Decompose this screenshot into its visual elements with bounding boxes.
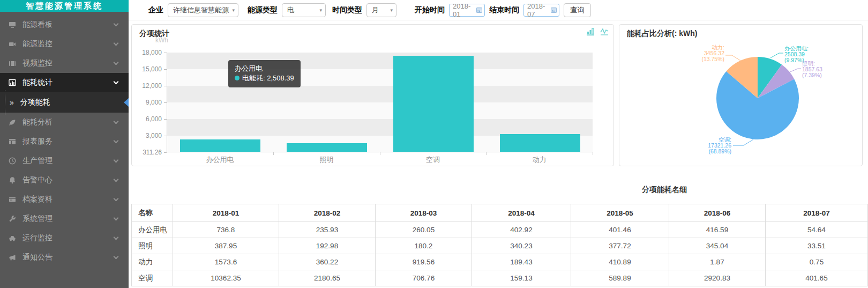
energy-type-label: 能源类型 <box>248 5 278 15</box>
sidebar-item-energy-breakdown[interactable]: »分项能耗 <box>0 92 129 113</box>
active-marker <box>124 98 129 107</box>
chevron-down-icon <box>114 234 119 240</box>
y-tick-label: 3,000 <box>134 132 162 139</box>
value-cell: 33.51 <box>766 238 868 254</box>
chevron-down-icon: ▾ <box>319 8 322 13</box>
value-cell: 401.65 <box>766 270 868 286</box>
pie-label: (68.89%) <box>708 148 731 154</box>
value-cell: 387.95 <box>173 238 279 254</box>
filter-toolbar: 企业 许继信息智慧能源 ▾ 能源类型 电 ▾ 时间类型 月 ▾ 开始时间 201… <box>129 0 868 20</box>
sidebar-item-video-monitor[interactable]: 视频监控 <box>0 54 129 73</box>
query-button[interactable]: 查询 <box>564 3 591 17</box>
value-cell: 1.87 <box>669 254 766 270</box>
calendar-icon <box>551 7 557 13</box>
sidebar-item-system-mgmt[interactable]: 系统管理 <box>0 209 129 228</box>
time-type-select-value: 月 <box>372 5 387 15</box>
value-cell: 2920.83 <box>669 270 766 286</box>
sidebar-item-notices[interactable]: 通知公告 <box>0 248 129 267</box>
time-type-select[interactable]: 月 ▾ <box>366 3 396 17</box>
bar[interactable] <box>500 134 580 152</box>
start-date-input[interactable]: 2018-01 <box>449 4 485 17</box>
sidebar-item-label: 视频监控 <box>23 58 114 68</box>
column-header: 2018-05 <box>571 204 669 222</box>
sidebar-item-label: 分项能耗 <box>20 98 120 107</box>
end-date-input[interactable]: 2018-07 <box>523 4 559 17</box>
pie-label-line <box>733 139 753 145</box>
chevron-down-icon <box>114 119 119 124</box>
bar-chart-icon <box>9 79 17 86</box>
line-chart-toggle-icon[interactable] <box>600 27 609 36</box>
pie-label-line <box>788 69 801 73</box>
value-cell: 54.64 <box>766 222 868 238</box>
value-cell: 340.23 <box>472 238 571 254</box>
company-select[interactable]: 许继信息智慧能源 ▾ <box>168 3 238 17</box>
tooltip-value: 电能耗: 2,508.39 <box>242 74 294 82</box>
pie-label: (7.39%) <box>802 72 822 78</box>
value-cell: 736.8 <box>173 222 279 238</box>
value-cell: 360.22 <box>279 254 376 270</box>
sidebar-item-label: 运行监控 <box>23 233 114 243</box>
value-cell: 706.76 <box>376 270 472 286</box>
row-name-cell: 动力 <box>132 254 173 270</box>
pie-label: (13.75%) <box>701 56 724 62</box>
sidebar-item-energy-stats[interactable]: 能耗统计 <box>0 73 129 92</box>
wrench-icon <box>9 215 17 223</box>
bar[interactable] <box>180 139 260 152</box>
chevron-down-icon <box>114 254 119 259</box>
value-cell: 401.46 <box>571 222 669 238</box>
pie-label-line <box>770 53 783 58</box>
value-cell: 10362.35 <box>173 270 279 286</box>
sidebar-item-production-mgmt[interactable]: 生产管理 <box>0 151 129 171</box>
megaphone-icon <box>9 254 17 261</box>
company-label: 企业 <box>148 5 163 15</box>
x-category-label: 动力 <box>486 155 593 165</box>
chevron-down-icon <box>114 157 119 163</box>
chart-tooltip: 办公用电 电能耗: 2,508.39 <box>228 60 301 87</box>
column-header: 2018-04 <box>472 204 571 222</box>
value-cell: 919.56 <box>376 254 472 270</box>
y-tick-mark <box>164 152 167 153</box>
sidebar-item-energy-monitor[interactable]: 能源监控 <box>0 34 129 54</box>
sidebar-item-energy-analysis[interactable]: 能耗分析 <box>0 113 129 132</box>
y-tick-label: 12,000 <box>134 82 162 90</box>
bar-chart-panel: 分项统计 kWh 18,00015,00012,0009,0006,0003,0… <box>131 24 614 166</box>
bar-chart-toggle-icon[interactable] <box>586 27 595 36</box>
car-icon <box>9 234 17 242</box>
sidebar-item-operation-monitor[interactable]: 运行监控 <box>0 228 129 248</box>
column-header: 名称 <box>132 204 173 222</box>
sidebar-item-report-service[interactable]: 报表服务 <box>0 132 129 151</box>
chart-toolbox <box>586 27 609 36</box>
y-tick-label: 15,000 <box>134 65 162 73</box>
breakdown-table: 名称2018-012018-022018-032018-042018-05201… <box>131 204 868 286</box>
table-title: 分项能耗名细 <box>131 185 868 195</box>
start-time-label: 开始时间 <box>415 5 445 15</box>
sidebar-item-energy-dashboard[interactable]: 能源看板 <box>0 15 129 34</box>
x-category-label: 空调 <box>380 155 487 165</box>
column-header: 2018-02 <box>279 204 376 222</box>
sidebar-item-alarm-center[interactable]: 告警中心 <box>0 171 129 190</box>
value-cell: 589.89 <box>571 270 669 286</box>
tooltip-title: 办公用电 <box>235 64 294 73</box>
value-cell: 402.92 <box>472 222 571 238</box>
sidebar-item-label: 能源监控 <box>23 39 114 49</box>
camera-icon <box>9 40 17 48</box>
value-cell: 260.05 <box>376 222 472 238</box>
end-date-value: 2018-07 <box>527 2 551 18</box>
chevron-down-icon: ▾ <box>390 8 393 13</box>
series-dot-icon <box>235 76 240 80</box>
energy-type-select[interactable]: 电 ▾ <box>282 3 326 17</box>
sidebar-item-label: 通知公告 <box>23 253 114 262</box>
panel-title: 能耗占比分析(: kWh) <box>627 29 697 39</box>
bar[interactable] <box>393 56 474 152</box>
chevron-down-icon <box>114 176 119 182</box>
value-cell: 180.2 <box>376 238 472 254</box>
column-header: 2018-07 <box>766 204 868 222</box>
chevron-down-icon <box>114 40 119 46</box>
breakdown-table-section: 分项能耗名细 名称2018-012018-022018-032018-04201… <box>131 185 868 286</box>
value-cell: 192.98 <box>279 238 376 254</box>
value-cell: 159.13 <box>472 270 571 286</box>
sidebar-item-archives[interactable]: 档案资料 <box>0 190 129 209</box>
chevron-down-icon <box>114 196 119 201</box>
bar[interactable] <box>287 143 367 152</box>
pie-label: (9.97%) <box>784 57 804 63</box>
